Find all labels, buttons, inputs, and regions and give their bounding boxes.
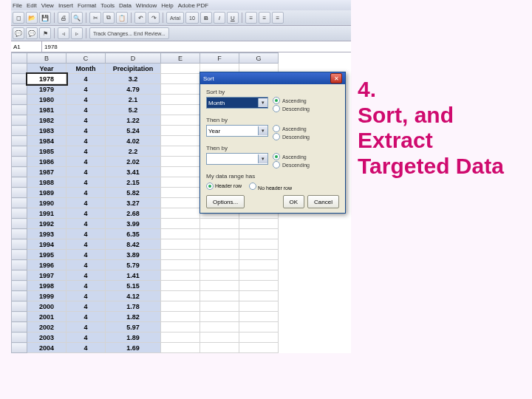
cell-precip[interactable]: 1.41 [106,270,161,281]
cell-year[interactable]: 1980 [27,95,66,105]
cell-year[interactable]: 1996 [27,260,66,270]
cell-precip[interactable]: 2.68 [106,208,161,219]
desc-radio-2[interactable]: Descending [273,133,310,140]
cell[interactable] [200,270,239,281]
cell[interactable] [161,146,200,157]
formula-input[interactable]: 1978 [42,41,351,52]
cell-year[interactable]: 1992 [27,219,66,229]
header-row-radio[interactable]: Header row [206,183,242,191]
cell-precip[interactable]: 6.35 [106,229,161,239]
cell[interactable] [200,301,239,312]
select-all-corner[interactable] [12,53,27,64]
cell[interactable] [200,219,239,229]
cell[interactable] [161,281,200,291]
cell[interactable] [161,270,200,281]
close-icon[interactable]: ✕ [330,73,342,83]
dialog-titlebar[interactable]: Sort ✕ [200,72,345,84]
cell-precip[interactable]: 1.69 [106,343,161,353]
cell[interactable] [239,260,279,270]
menu-tools[interactable]: Tools [100,2,115,9]
cell-precip[interactable]: 4.02 [106,136,161,146]
cell[interactable] [161,229,200,239]
cell-month[interactable]: 4 [66,301,106,312]
cell-month[interactable]: 4 [66,136,106,146]
cell[interactable] [161,64,200,74]
cell-month[interactable]: 4 [66,167,106,177]
asc-radio-2[interactable]: Ascending [273,125,310,132]
cell[interactable] [161,188,200,198]
cell[interactable] [161,177,200,188]
menu-adobe[interactable]: Adobe PDF [178,2,208,9]
cell[interactable] [161,157,200,167]
asc-radio-1[interactable]: Ascending [273,97,310,104]
font-size[interactable]: 10 [185,12,199,24]
cell-month[interactable]: 4 [66,250,106,260]
cell-precip[interactable]: 3.27 [106,198,161,208]
cell-year[interactable]: 1993 [27,229,66,239]
cell[interactable] [239,229,279,239]
cell-month[interactable]: 4 [66,208,106,219]
menu-view[interactable]: View [41,2,54,9]
cell[interactable] [239,270,279,281]
cell-precip[interactable]: 2.1 [106,95,161,105]
cell-year[interactable]: 1979 [27,84,66,95]
cell-precip[interactable]: 4.79 [106,84,161,95]
cell[interactable] [239,343,279,353]
cell[interactable] [239,291,279,301]
cell[interactable] [239,312,279,322]
cell-year[interactable]: 1986 [27,157,66,167]
cell-year[interactable]: 1997 [27,270,66,281]
cell[interactable] [161,198,200,208]
redo-icon[interactable]: ↷ [148,12,160,24]
chevron-down-icon[interactable]: ▾ [258,126,267,135]
col-d[interactable]: D [106,53,161,64]
cell[interactable] [161,332,200,343]
options-button[interactable]: Options... [206,195,245,208]
cell-month[interactable]: 4 [66,146,106,157]
cell-precip[interactable]: 2.15 [106,177,161,188]
cell-year[interactable]: 1982 [27,115,66,126]
cell-precip[interactable]: 3.99 [106,219,161,229]
paste-icon[interactable]: 📋 [116,12,128,24]
col-f[interactable]: F [200,53,239,64]
cell[interactable] [161,239,200,250]
cell-precip[interactable]: 5.82 [106,188,161,198]
chevron-down-icon[interactable]: ▾ [258,154,267,163]
bold-icon[interactable]: B [200,12,212,24]
cell-precip[interactable]: 1.22 [106,115,161,126]
cell-year[interactable]: 2000 [27,301,66,312]
cell[interactable] [161,250,200,260]
menu-insert[interactable]: Insert [58,2,73,9]
cell-precip[interactable]: 3.2 [106,74,161,84]
cell[interactable] [200,250,239,260]
cell[interactable] [200,343,239,353]
cell-precip[interactable]: 1.82 [106,312,161,322]
menu-window[interactable]: Window [136,2,157,9]
cell[interactable] [161,301,200,312]
cell-month[interactable]: 4 [66,126,106,136]
cell-month[interactable]: 4 [66,105,106,115]
cell-precip[interactable]: 1.78 [106,301,161,312]
ok-button[interactable]: OK [283,195,305,208]
name-box[interactable]: A1 [11,41,42,52]
font-select[interactable]: Arial [166,12,184,24]
cell-precip[interactable]: 5.2 [106,105,161,115]
cell-precip[interactable]: 5.15 [106,281,161,291]
chevron-down-icon[interactable]: ▾ [258,98,267,107]
cell-year[interactable]: 2004 [27,343,66,353]
cell-year[interactable]: 1981 [27,105,66,115]
col-b[interactable]: B [27,53,66,64]
cell[interactable] [161,105,200,115]
cell-year[interactable]: 1994 [27,239,66,250]
cell[interactable] [161,115,200,126]
cell-month[interactable]: 4 [66,260,106,270]
cell-year[interactable]: 1995 [27,250,66,260]
cell-year[interactable]: 1987 [27,167,66,177]
save-icon[interactable]: 💾 [39,12,51,24]
cell[interactable] [161,126,200,136]
cell-year[interactable]: 1983 [27,126,66,136]
cell-precip[interactable]: 5.97 [106,322,161,332]
new-icon[interactable]: ◻ [13,12,24,24]
cell[interactable] [239,332,279,343]
cell[interactable] [161,136,200,146]
